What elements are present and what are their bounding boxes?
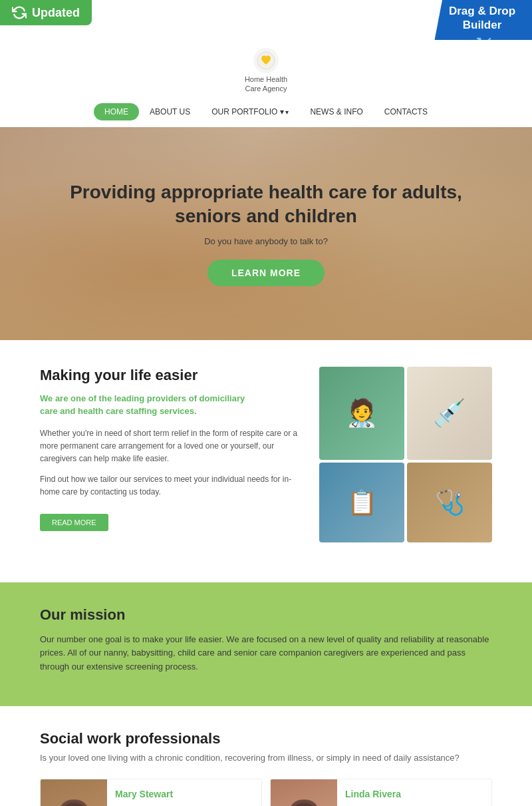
professionals-title: Social work professionals: [40, 730, 492, 747]
section-life-body2: Find out how we tailor our services to m…: [40, 473, 299, 499]
section-life-images: 🧑‍⚕️ 💉 📋 🩺: [319, 367, 492, 556]
team-card-mary: 👩 Mary Stewart Mary is a skilled dermato…: [40, 779, 262, 806]
section-life-text: Making your life easier We are one of th…: [40, 367, 299, 556]
sync-icon: [12, 5, 27, 20]
linda-info: Linda Rivera Linda is one of those speci…: [337, 779, 491, 806]
section-professionals: Social work professionals Is your loved …: [0, 706, 532, 806]
nav-portfolio[interactable]: OUR PORTFOLIO ▾: [201, 103, 299, 120]
section-life-body1: Whether you're in need of short term rel…: [40, 427, 299, 466]
nav-about[interactable]: ABOUT US: [139, 103, 201, 120]
team-card-linda: 👩 Linda Rivera Linda is one of those spe…: [270, 779, 492, 806]
hero-subtitle: Do you have anybody to talk to?: [40, 236, 492, 246]
logo-icon: [253, 48, 279, 73]
section-mission: Our mission Our number one goal is to ma…: [0, 582, 532, 706]
nav-home[interactable]: HOME: [94, 103, 139, 120]
heart-icon: [257, 51, 275, 70]
nurse-image: 🧑‍⚕️: [319, 367, 404, 460]
hero-section: Providing appropriate health care for ad…: [0, 127, 532, 340]
dnd-arrows-icon: ↗↙: [442, 34, 523, 41]
mission-title: Our mission: [40, 606, 492, 624]
read-more-button[interactable]: READ MORE: [40, 514, 108, 531]
main-nav: HOME ABOUT US OUR PORTFOLIO ▾ NEWS & INF…: [94, 99, 438, 127]
logo-text: Home Health Care Agency: [245, 75, 287, 94]
nav-contacts[interactable]: CONTACTS: [374, 103, 438, 120]
team-grid: 👩 Mary Stewart Mary is a skilled dermato…: [40, 779, 492, 806]
linda-photo: 👩: [271, 779, 337, 806]
linda-name: Linda Rivera: [345, 789, 483, 799]
hero-title: Providing appropriate health care for ad…: [40, 180, 492, 229]
dnd-label: Drag & DropBuilder: [442, 4, 523, 33]
mary-photo: 👩: [41, 779, 107, 806]
site-header: Home Health Care Agency HOME ABOUT US OU…: [0, 40, 532, 127]
logo-area: Home Health Care Agency: [245, 48, 287, 94]
mary-name: Mary Stewart: [115, 789, 253, 799]
section-life-title: Making your life easier: [40, 367, 299, 384]
hero-content: Providing appropriate health care for ad…: [0, 180, 532, 287]
section-life-highlight: We are one of the leading providers of d…: [40, 392, 299, 418]
updated-badge: Updated: [0, 0, 92, 25]
hand-image: 💉: [407, 367, 492, 460]
updated-label: Updated: [32, 6, 80, 20]
linda-desc: Linda is one of those specialists in den…: [345, 803, 483, 806]
hero-cta-button[interactable]: LEARN MORE: [207, 260, 325, 286]
mary-desc: Mary is a skilled dermatologist with mor…: [115, 803, 253, 806]
dnd-badge: Drag & DropBuilder ↗↙: [432, 0, 532, 40]
professionals-subtitle: Is your loved one living with a chronic …: [40, 753, 492, 763]
writing-image: 📋: [319, 463, 404, 542]
section-life-easier: Making your life easier We are one of th…: [0, 340, 532, 582]
bp-image: 🩺: [407, 463, 492, 542]
mary-info: Mary Stewart Mary is a skilled dermatolo…: [107, 779, 261, 806]
nav-news[interactable]: NEWS & INFO: [299, 103, 373, 120]
mission-body: Our number one goal is to make your life…: [40, 633, 492, 674]
